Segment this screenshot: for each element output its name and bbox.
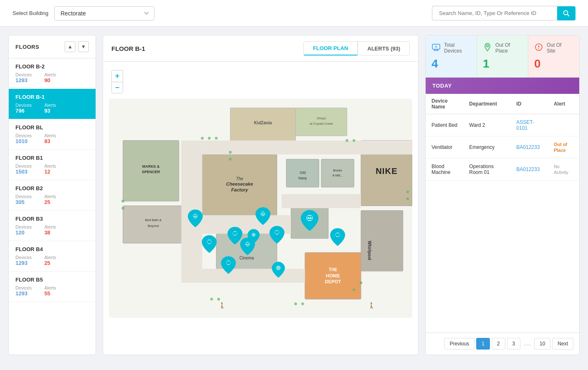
asset-id-link[interactable]: BA012233 — [516, 166, 540, 172]
devices-label: Devices — [15, 285, 32, 290]
next-button[interactable]: Next — [552, 338, 573, 350]
svg-rect-37 — [202, 141, 412, 155]
floor-stats: Devices 1010 Alerts 83 — [15, 133, 89, 144]
stat-card-title: Out OfPlace — [495, 42, 510, 54]
stat-card-value: 4 — [432, 57, 438, 70]
floor-item[interactable]: FLOOR B5 Devices 1293 Alerts 55 — [9, 272, 96, 302]
svg-point-44 — [229, 151, 232, 154]
floor-name: FLOOR B1 — [15, 155, 89, 161]
floor-plan-container: FLOOR B-1 FLOOR PLANALERTS (93) + − — [103, 35, 419, 355]
page-button[interactable]: 1 — [476, 338, 490, 350]
stat-card-title: Out OfSite — [547, 42, 561, 54]
header-right — [432, 6, 575, 20]
zoom-out-button[interactable]: − — [111, 82, 123, 93]
svg-text:DEPOT: DEPOT — [325, 279, 341, 284]
search-icon — [563, 10, 570, 17]
floor-name: FLOOR B3 — [15, 216, 89, 222]
svg-point-51 — [353, 288, 356, 291]
floor-stats: Devices 1503 Alerts 12 — [15, 164, 89, 175]
devices-label: Devices — [15, 72, 32, 77]
devices-value: 1293 — [15, 290, 32, 297]
svg-text:Navy: Navy — [298, 176, 307, 180]
table-header-row: Device NameDepartmentIDAlert — [426, 94, 579, 114]
floor-name: FLOOR B5 — [15, 277, 89, 283]
alerts-value: 93 — [44, 108, 56, 114]
devices-value: 1010 — [15, 138, 32, 144]
svg-rect-77 — [227, 262, 230, 264]
plan-tab[interactable]: ALERTS (93) — [358, 41, 410, 55]
asset-id-link[interactable]: ASSET-0101 — [516, 119, 534, 131]
stat-card-value: 1 — [483, 57, 490, 70]
floor-stats: Devices 1293 Alerts 90 — [15, 72, 89, 83]
devices-label: Devices — [15, 103, 32, 108]
floor-plan-header: FLOOR B-1 FLOOR PLANALERTS (93) — [103, 35, 418, 62]
svg-point-89 — [252, 233, 255, 237]
svg-point-45 — [229, 158, 232, 161]
department-cell: Emergency — [463, 136, 510, 159]
page-button[interactable]: 10 — [534, 338, 550, 350]
table-col-header: Alert — [548, 94, 579, 114]
svg-text:🚶: 🚶 — [219, 302, 226, 309]
floor-item[interactable]: FLOOR B2 Devices 305 Alerts 25 — [9, 180, 96, 211]
floor-plan-title: FLOOR B-1 — [111, 45, 145, 52]
asset-id-link[interactable]: BA012233 — [516, 144, 540, 150]
floors-title: FLOORS — [15, 44, 39, 50]
alerts-label: Alerts — [44, 285, 56, 290]
page-button[interactable]: 3 — [507, 338, 521, 350]
floor-item[interactable]: FLOOR B3 Devices 120 Alerts 38 — [9, 211, 96, 241]
header: Select Building Rectorate — [0, 0, 588, 27]
svg-point-48 — [406, 190, 409, 193]
floor-name: FLOOR B-1 — [15, 94, 89, 100]
search-button[interactable] — [557, 6, 575, 20]
table-wrapper: Device NameDepartmentIDAlert Patient Bed… — [426, 94, 579, 332]
plan-tab[interactable]: FLOOR PLAN — [303, 41, 358, 55]
devices-label: Devices — [15, 133, 32, 138]
table-col-header: ID — [510, 94, 548, 114]
svg-point-57 — [121, 207, 124, 210]
stat-card-header: Out OfPlace — [483, 42, 510, 54]
stat-card: Out OfSite 0 — [528, 35, 579, 77]
svg-point-97 — [435, 46, 437, 48]
svg-text:Old: Old — [300, 171, 305, 175]
floors-nav-down[interactable]: ▼ — [78, 41, 89, 52]
id-cell: BA012233 — [510, 136, 548, 159]
stat-card: TotalDevices 4 — [426, 35, 477, 77]
svg-text:The: The — [236, 176, 244, 181]
alerts-label: Alerts — [44, 194, 56, 199]
alerts-label: Alerts — [44, 255, 56, 260]
floors-nav-up[interactable]: ▲ — [65, 41, 76, 52]
floor-name: FLOOR B4 — [15, 246, 89, 252]
zoom-in-button[interactable]: + — [111, 70, 123, 82]
svg-point-53 — [301, 302, 304, 305]
svg-point-52 — [294, 302, 297, 305]
building-select[interactable]: Rectorate — [54, 6, 154, 20]
stat-card: Out OfPlace 1 — [477, 35, 528, 77]
table-body: Patient Bed Ward 2 ASSET-0101 Ventilator… — [426, 114, 579, 181]
prev-button[interactable]: Previous — [444, 338, 475, 350]
svg-rect-79 — [233, 232, 237, 235]
floor-item[interactable]: FLOOR BL Devices 1010 Alerts 83 — [9, 119, 96, 150]
svg-point-46 — [346, 139, 348, 142]
mall-map: KidZania Shops at Crystal Creek MARKS & … — [109, 68, 412, 349]
svg-point-0 — [564, 10, 568, 15]
floor-item[interactable]: FLOOR B4 Devices 1293 Alerts 25 — [9, 241, 96, 272]
svg-text:Bed Bath &: Bed Bath & — [145, 218, 162, 222]
floor-item[interactable]: FLOOR B-2 Devices 1293 Alerts 90 — [9, 58, 96, 89]
floor-item[interactable]: FLOOR B1 Devices 1503 Alerts 12 — [9, 150, 96, 180]
svg-point-42 — [208, 137, 211, 140]
alerts-value: 38 — [44, 229, 56, 236]
svg-text:Beyond: Beyond — [148, 224, 159, 228]
floor-item[interactable]: FLOOR B-1 Devices 796 Alerts 93 — [9, 89, 96, 119]
table-col-header: Department — [463, 94, 510, 114]
search-input[interactable] — [432, 6, 557, 20]
svg-point-98 — [487, 45, 489, 47]
devices-label: Devices — [15, 224, 32, 229]
alerts-value: 55 — [44, 290, 56, 297]
page-button[interactable]: 2 — [492, 338, 505, 350]
devices-value: 305 — [15, 199, 32, 205]
map-area: + − KidZania — [103, 62, 418, 355]
svg-text:A Mill...: A Mill... — [332, 174, 343, 177]
alerts-value: 25 — [44, 199, 56, 205]
right-panel: TotalDevices 4 Out OfPlace 1 Out OfSite … — [425, 35, 580, 355]
devices-value: 120 — [15, 229, 32, 236]
